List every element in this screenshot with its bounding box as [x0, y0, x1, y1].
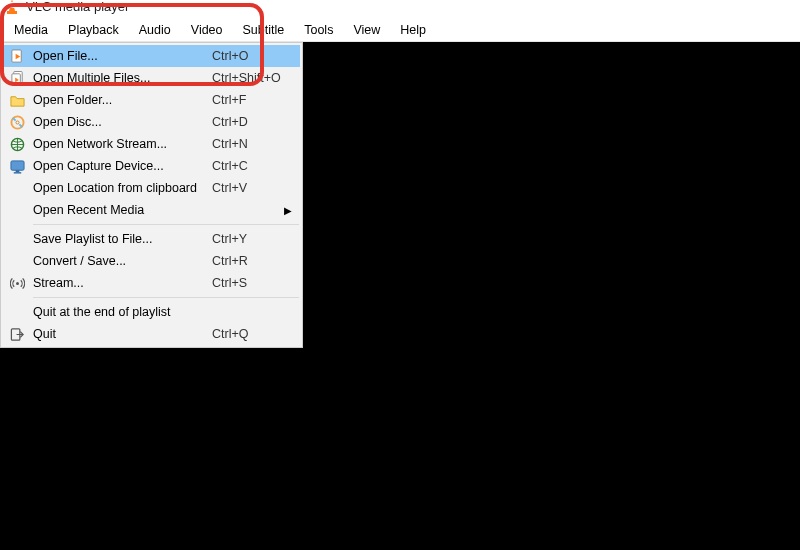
menuitem-quit[interactable]: QuitCtrl+Q	[3, 323, 300, 345]
capture-icon	[3, 159, 31, 174]
file-multi-icon	[3, 71, 31, 86]
menuitem-label: Open Disc...	[31, 115, 212, 129]
menuitem-accel: Ctrl+F	[212, 93, 300, 107]
menu-subtitle[interactable]: Subtitle	[233, 20, 295, 40]
menuitem-open-file[interactable]: Open File...Ctrl+O	[3, 45, 300, 67]
disc-icon	[3, 115, 31, 130]
menuitem-accel: Ctrl+V	[212, 181, 300, 195]
menuitem-label: Save Playlist to File...	[31, 232, 212, 246]
svg-rect-3	[9, 6, 14, 8]
menuitem-open-capture[interactable]: Open Capture Device...Ctrl+C	[3, 155, 300, 177]
svg-point-10	[16, 121, 19, 124]
menuitem-open-disc[interactable]: Open Disc...Ctrl+D	[3, 111, 300, 133]
file-play-icon	[3, 49, 31, 64]
window-titlebar: VLC media player	[0, 0, 800, 18]
menuitem-accel: Ctrl+Shift+O	[212, 71, 300, 85]
menu-playback[interactable]: Playback	[58, 20, 129, 40]
menuitem-open-network[interactable]: Open Network Stream...Ctrl+N	[3, 133, 300, 155]
menuitem-convert-save[interactable]: Convert / Save...Ctrl+R	[3, 250, 300, 272]
svg-rect-13	[15, 170, 19, 172]
menuitem-label: Stream...	[31, 276, 212, 290]
menuitem-label: Open Location from clipboard	[31, 181, 212, 195]
menuitem-label: Quit at the end of playlist	[31, 305, 212, 319]
menuitem-stream[interactable]: Stream...Ctrl+S	[3, 272, 300, 294]
menuitem-open-clipboard[interactable]: Open Location from clipboardCtrl+V	[3, 177, 300, 199]
menuitem-accel: Ctrl+C	[212, 159, 300, 173]
menubar: MediaPlaybackAudioVideoSubtitleToolsView…	[0, 18, 800, 42]
menuitem-accel: Ctrl+R	[212, 254, 300, 268]
menuitem-accel: Ctrl+O	[212, 49, 300, 63]
menuitem-accel: Ctrl+Y	[212, 232, 300, 246]
menuitem-label: Open File...	[31, 49, 212, 63]
menuitem-label: Convert / Save...	[31, 254, 212, 268]
menuitem-label: Open Multiple Files...	[31, 71, 212, 85]
menu-media[interactable]: Media	[4, 20, 58, 40]
menuitem-open-recent[interactable]: Open Recent Media▶	[3, 199, 300, 221]
menuitem-quit-end[interactable]: Quit at the end of playlist	[3, 301, 300, 323]
menu-video[interactable]: Video	[181, 20, 233, 40]
menu-separator	[33, 297, 299, 298]
media-menu-dropdown: Open File...Ctrl+OOpen Multiple Files...…	[0, 42, 303, 348]
svg-rect-14	[13, 172, 21, 173]
window-title: VLC media player	[26, 0, 129, 14]
menu-help[interactable]: Help	[390, 20, 436, 40]
stream-icon	[3, 276, 31, 291]
menuitem-save-playlist[interactable]: Save Playlist to File...Ctrl+Y	[3, 228, 300, 250]
menu-separator	[33, 224, 299, 225]
menuitem-accel: Ctrl+S	[212, 276, 300, 290]
svg-rect-2	[10, 2, 14, 4]
svg-marker-0	[9, 0, 15, 11]
menuitem-accel: Ctrl+N	[212, 137, 300, 151]
network-icon	[3, 137, 31, 152]
submenu-arrow-icon: ▶	[284, 205, 292, 216]
menuitem-open-folder[interactable]: Open Folder...Ctrl+F	[3, 89, 300, 111]
menuitem-label: Open Folder...	[31, 93, 212, 107]
menuitem-label: Quit	[31, 327, 212, 341]
menuitem-accel: Ctrl+D	[212, 115, 300, 129]
menuitem-label: Open Recent Media	[31, 203, 212, 217]
menu-tools[interactable]: Tools	[294, 20, 343, 40]
menu-view[interactable]: View	[343, 20, 390, 40]
vlc-cone-icon	[4, 0, 20, 16]
svg-rect-12	[10, 160, 23, 169]
folder-icon	[3, 93, 31, 108]
menu-audio[interactable]: Audio	[129, 20, 181, 40]
menuitem-label: Open Network Stream...	[31, 137, 212, 151]
svg-rect-1	[7, 11, 17, 14]
menuitem-open-multiple[interactable]: Open Multiple Files...Ctrl+Shift+O	[3, 67, 300, 89]
menuitem-label: Open Capture Device...	[31, 159, 212, 173]
quit-icon	[3, 327, 31, 342]
svg-point-15	[16, 282, 19, 285]
menuitem-accel: Ctrl+Q	[212, 327, 300, 341]
